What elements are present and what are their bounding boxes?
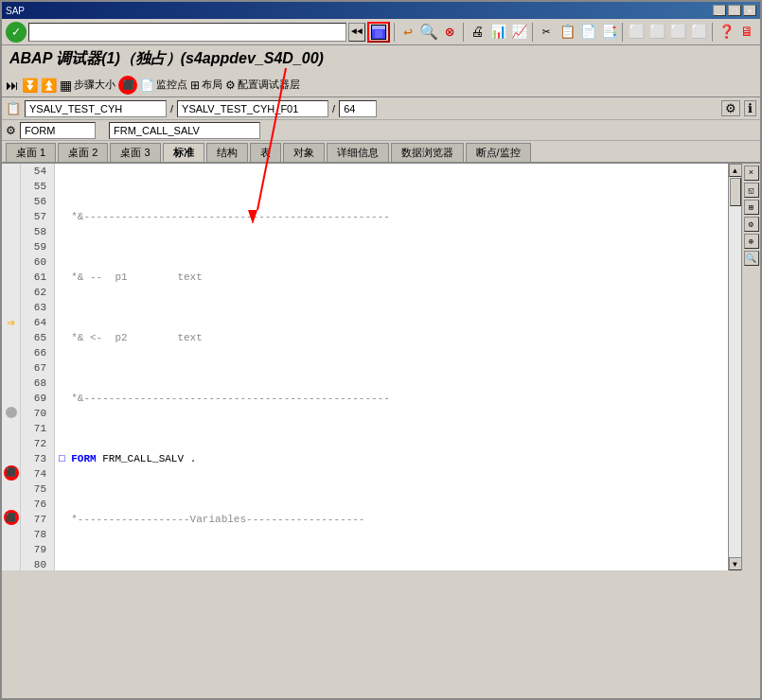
config-button[interactable]: ⚙ 配置调试器层 bbox=[225, 78, 300, 92]
graph2-icon[interactable]: 📈 bbox=[509, 23, 528, 42]
execution-arrow: ⇒ bbox=[7, 314, 14, 330]
address-input[interactable] bbox=[28, 23, 346, 42]
ln-72: 72 bbox=[25, 436, 50, 451]
code-editor[interactable]: *&--------------------------------------… bbox=[55, 164, 728, 570]
code-area: ⇒ ⬛ ⬛ 54 bbox=[2, 164, 760, 570]
tab-desktop2[interactable]: 桌面 2 bbox=[58, 143, 108, 162]
tool2-icon[interactable]: ⬜ bbox=[647, 23, 666, 42]
tool4-icon[interactable]: ⬜ bbox=[689, 23, 708, 42]
separator5 bbox=[712, 23, 713, 42]
print-icon[interactable]: 🖨 bbox=[468, 23, 487, 42]
bp-77: ⬛ bbox=[2, 510, 20, 525]
bp-57 bbox=[2, 209, 20, 224]
layout-button[interactable]: ⊞ 布局 bbox=[190, 78, 222, 92]
bp-58 bbox=[2, 224, 20, 239]
tab-object[interactable]: 对象 bbox=[283, 143, 325, 162]
ln-71: 71 bbox=[25, 421, 50, 436]
undo-icon[interactable]: ↩ bbox=[399, 23, 417, 42]
program1-field[interactable]: YSALV_TEST_CYH bbox=[25, 100, 167, 117]
tab-structure[interactable]: 结构 bbox=[206, 143, 248, 162]
paste-icon[interactable]: 📄 bbox=[578, 23, 597, 42]
ln-69: 69 bbox=[25, 391, 50, 406]
number-field[interactable]: 64 bbox=[339, 100, 377, 117]
green-check-icon[interactable]: ✓ bbox=[6, 22, 27, 43]
form-value-field[interactable]: FRM_CALL_SALV bbox=[109, 122, 260, 139]
tab-desktop3[interactable]: 桌面 3 bbox=[110, 143, 160, 162]
stop-button[interactable]: ⬛ bbox=[118, 76, 137, 95]
window-titlebar: SAP _ □ × bbox=[2, 2, 760, 19]
ln-62: 62 bbox=[25, 285, 50, 300]
close-button[interactable]: × bbox=[743, 5, 756, 16]
rt-btn4[interactable]: ⊕ bbox=[744, 234, 759, 249]
monitor-icon[interactable]: 🖥 bbox=[737, 23, 756, 42]
tab-table[interactable]: 表 bbox=[250, 143, 281, 162]
tab-detail[interactable]: 详细信息 bbox=[327, 143, 389, 162]
step-size-button[interactable]: ▦ 步骤大小 bbox=[60, 78, 115, 93]
ln-57: 57 bbox=[25, 209, 50, 224]
program1-value: YSALV_TEST_CYH bbox=[29, 103, 122, 114]
bp-54 bbox=[2, 164, 20, 179]
bp-61 bbox=[2, 269, 20, 284]
rt-btn2[interactable]: ⊞ bbox=[744, 200, 759, 215]
ln-66: 66 bbox=[25, 345, 50, 360]
ln-76: 76 bbox=[25, 497, 50, 512]
find-icon[interactable]: 🔍 bbox=[419, 23, 438, 42]
ln-58: 58 bbox=[25, 224, 50, 239]
info-icon2[interactable]: ℹ bbox=[744, 100, 756, 116]
second-toolbar: ⏭ ⏬ ⏫ ▦ 步骤大小 ⬛ 📄 监控点 ⊞ 布局 ⚙ 配置调试器层 bbox=[2, 73, 760, 97]
number-value: 64 bbox=[344, 103, 355, 114]
save-button[interactable] bbox=[367, 22, 390, 43]
tab-desktop1[interactable]: 桌面 1 bbox=[6, 143, 56, 162]
maximize-button[interactable]: □ bbox=[728, 5, 741, 16]
code-line-57: *&--------------------------------------… bbox=[59, 391, 724, 406]
form-icon: ⚙ bbox=[6, 124, 16, 137]
tool1-icon[interactable]: ⬜ bbox=[627, 23, 646, 42]
vertical-scrollbar: ▲ ▼ bbox=[728, 164, 741, 570]
form-value: FRM_CALL_SALV bbox=[114, 125, 200, 136]
tool3-icon[interactable]: ⬜ bbox=[668, 23, 687, 42]
minimize-button[interactable]: _ bbox=[713, 5, 726, 16]
step-icon[interactable]: ⏭ bbox=[6, 78, 19, 93]
field-sep2: / bbox=[332, 103, 335, 114]
rt-btn3[interactable]: ⚙ bbox=[744, 217, 759, 232]
copy-icon[interactable]: 📋 bbox=[558, 23, 576, 42]
rt-btn1[interactable]: ◱ bbox=[744, 183, 759, 198]
rt-close-btn[interactable]: × bbox=[744, 166, 759, 181]
step-return-icon[interactable]: ⏫ bbox=[41, 78, 57, 93]
ln-78: 78 bbox=[25, 527, 50, 542]
watchpoint-button[interactable]: 📄 监控点 bbox=[140, 78, 187, 92]
stop-icon: ⬛ bbox=[118, 76, 137, 95]
page-title: ABAP 调试器(1)（独占）(s4appdev_S4D_00) bbox=[2, 45, 760, 73]
tab-databrowser[interactable]: 数据浏览器 bbox=[391, 143, 464, 162]
ln-63: 63 bbox=[25, 300, 50, 315]
program2-field[interactable]: YSALV_TEST_CYH_F01 bbox=[177, 100, 328, 117]
bp-79 bbox=[2, 540, 20, 555]
graph1-icon[interactable]: 📊 bbox=[488, 23, 507, 42]
form-label-field[interactable]: FORM bbox=[20, 122, 96, 139]
nav-back-button[interactable]: ◄◄ bbox=[348, 23, 365, 42]
paste2-icon[interactable]: 📑 bbox=[599, 23, 618, 42]
fields-row: 📋 YSALV_TEST_CYH / YSALV_TEST_CYH_F01 / … bbox=[2, 97, 760, 120]
form-row: ⚙ FORM FRM_CALL_SALV bbox=[2, 120, 760, 141]
tab-breakpoint[interactable]: 断点/监控 bbox=[466, 143, 531, 162]
step-into-icon[interactable]: ⏬ bbox=[22, 78, 38, 93]
info-icon[interactable]: ⚙ bbox=[721, 100, 740, 116]
save-icon bbox=[371, 25, 386, 40]
rt-btn5[interactable]: 🔍 bbox=[744, 251, 759, 266]
code-line-55: *& -- p1 text bbox=[59, 270, 724, 285]
help-icon[interactable]: ❓ bbox=[717, 23, 735, 42]
bp-60 bbox=[2, 254, 20, 270]
cut-icon[interactable]: ✂ bbox=[537, 23, 556, 42]
scroll-up-button[interactable]: ▲ bbox=[729, 164, 742, 177]
scroll-thumb[interactable] bbox=[730, 178, 741, 206]
bp-63 bbox=[2, 299, 20, 314]
code-line-58: □ FORM FRM_CALL_SALV . bbox=[59, 451, 724, 466]
ln-77: 77 bbox=[25, 512, 50, 527]
stop-icon[interactable]: ⊗ bbox=[440, 23, 459, 42]
scroll-down-button[interactable]: ▼ bbox=[729, 557, 742, 570]
bp-72 bbox=[2, 435, 20, 450]
code-line-56: *& <- p2 text bbox=[59, 330, 724, 345]
tab-standard[interactable]: 标准 bbox=[163, 143, 204, 162]
code-line-54: *&--------------------------------------… bbox=[59, 209, 724, 224]
code-58-b1: □ bbox=[59, 451, 65, 466]
